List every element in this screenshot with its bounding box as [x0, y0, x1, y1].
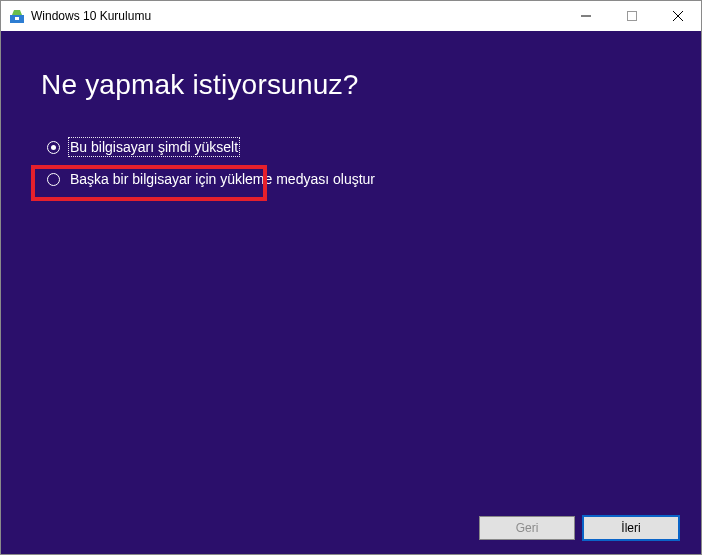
svg-rect-3	[628, 12, 637, 21]
client-area: Ne yapmak istiyorsunuz? Bu bilgisayarı ş…	[1, 31, 701, 554]
maximize-button[interactable]	[609, 1, 655, 31]
radio-selected-dot	[51, 145, 56, 150]
footer-buttons: Geri İleri	[479, 516, 679, 540]
minimize-button[interactable]	[563, 1, 609, 31]
titlebar: Windows 10 Kurulumu	[1, 1, 701, 31]
radio-icon	[47, 141, 60, 154]
next-button[interactable]: İleri	[583, 516, 679, 540]
options-group: Bu bilgisayarı şimdi yükselt Başka bir b…	[41, 135, 661, 191]
window-title: Windows 10 Kurulumu	[31, 9, 151, 23]
option-upgrade-this-pc[interactable]: Bu bilgisayarı şimdi yükselt	[41, 135, 661, 159]
page-title: Ne yapmak istiyorsunuz?	[41, 69, 661, 101]
app-icon	[9, 8, 25, 24]
svg-rect-1	[15, 17, 19, 20]
option-label: Bu bilgisayarı şimdi yükselt	[70, 139, 238, 155]
window-frame: Windows 10 Kurulumu Ne yapmak istiyorsun…	[0, 0, 702, 555]
close-button[interactable]	[655, 1, 701, 31]
option-create-media[interactable]: Başka bir bilgisayar için yükleme medyas…	[41, 167, 661, 191]
radio-icon	[47, 173, 60, 186]
option-label: Başka bir bilgisayar için yükleme medyas…	[70, 171, 375, 187]
back-button[interactable]: Geri	[479, 516, 575, 540]
window-controls	[563, 1, 701, 31]
